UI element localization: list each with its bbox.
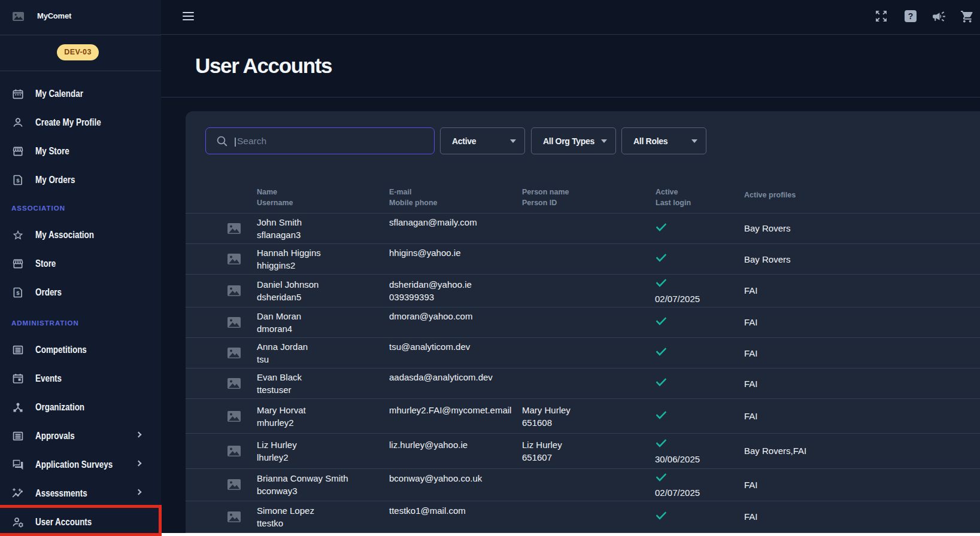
- svg-text:$: $: [16, 290, 20, 296]
- svg-text:$: $: [16, 177, 20, 184]
